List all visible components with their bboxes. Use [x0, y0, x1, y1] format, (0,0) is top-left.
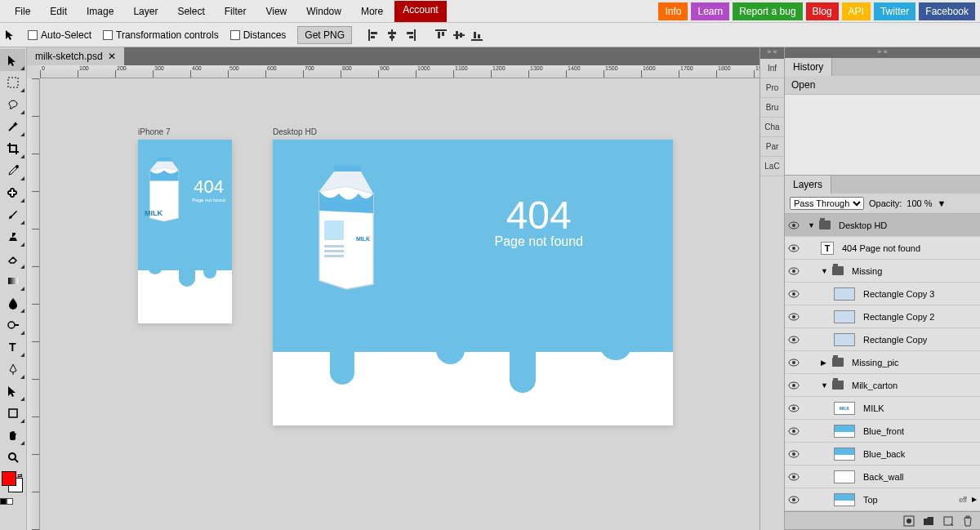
menu-file[interactable]: File	[5, 1, 40, 22]
tag-report-bug[interactable]: Report a bug	[733, 2, 802, 20]
align-top-icon[interactable]	[435, 29, 447, 41]
align-bottom-icon[interactable]	[471, 29, 483, 41]
menu-account[interactable]: Account	[394, 1, 446, 22]
opacity-dropdown-icon[interactable]: ▼	[938, 198, 947, 208]
panel-stub-properties[interactable]: Pro	[760, 78, 784, 98]
tag-info[interactable]: Info	[658, 2, 688, 20]
swap-colors-icon[interactable]: ⇄	[17, 472, 23, 479]
healing-tool[interactable]	[0, 181, 25, 203]
tag-twitter[interactable]: Twitter	[874, 2, 915, 20]
eyedropper-tool[interactable]	[0, 159, 25, 181]
tag-learn[interactable]: Learn	[691, 2, 729, 20]
color-swatches[interactable]: ⇄	[0, 471, 25, 496]
foreground-color[interactable]	[2, 471, 16, 486]
panel-collapse-handle[interactable]: » «	[785, 47, 980, 58]
new-mask-icon[interactable]	[903, 515, 915, 527]
layer-row[interactable]: Rectangle Copy 2	[785, 305, 980, 328]
layer-row[interactable]: ▼Milk_carton	[785, 374, 980, 397]
layer-row[interactable]: ▶Missing_pic	[785, 351, 980, 374]
effects-disclosure-icon[interactable]: ▶	[972, 496, 977, 503]
tag-api[interactable]: API	[842, 2, 871, 20]
layer-row[interactable]: MILKMILK	[785, 397, 980, 420]
visibility-eye-icon[interactable]	[788, 290, 801, 298]
canvas[interactable]: iPhone 7 MILK	[40, 78, 673, 458]
type-tool[interactable]: T	[0, 336, 25, 358]
menu-window[interactable]: Window	[296, 1, 351, 22]
visibility-eye-icon[interactable]	[788, 359, 801, 367]
path-select-tool[interactable]	[0, 380, 25, 402]
opacity-value[interactable]: 100 %	[906, 198, 932, 208]
layer-row[interactable]: Topeff▶	[785, 488, 980, 511]
pen-tool[interactable]	[0, 358, 25, 380]
panel-stub-character[interactable]: Cha	[760, 118, 784, 137]
blur-tool[interactable]	[0, 292, 25, 314]
artboard-iphone[interactable]: MILK 404 Page not found	[138, 140, 232, 323]
panel-stub-brush[interactable]: Bru	[760, 98, 784, 118]
menu-more[interactable]: More	[351, 1, 393, 22]
artboard-label-desktop[interactable]: Desktop HD	[273, 127, 673, 136]
menu-filter[interactable]: Filter	[215, 1, 256, 22]
artboard-label-iphone[interactable]: iPhone 7	[138, 127, 232, 136]
menu-edit[interactable]: Edit	[40, 1, 77, 22]
new-layer-icon[interactable]	[942, 515, 954, 527]
dodge-tool[interactable]	[0, 314, 25, 336]
align-center-h-icon[interactable]	[386, 29, 398, 41]
panel-stub-info[interactable]: Inf	[760, 59, 784, 78]
menu-view[interactable]: View	[256, 1, 296, 22]
visibility-eye-icon[interactable]	[788, 244, 801, 252]
layer-row[interactable]: Blue_front	[785, 420, 980, 443]
align-center-v-icon[interactable]	[453, 29, 465, 41]
document-tab[interactable]: milk-sketch.psd ✕	[27, 47, 124, 65]
clone-stamp-tool[interactable]	[0, 225, 25, 247]
visibility-eye-icon[interactable]	[788, 496, 801, 504]
eraser-tool[interactable]	[0, 247, 25, 269]
panel-stub-layercomps[interactable]: LaC	[760, 157, 784, 176]
blend-mode-select[interactable]: Pass Through	[790, 197, 864, 210]
get-png-button[interactable]: Get PNG	[297, 26, 352, 44]
disclosure-triangle-icon[interactable]: ▼	[821, 267, 829, 275]
tag-blog[interactable]: Blog	[806, 2, 839, 20]
layer-row[interactable]: Back_wall	[785, 465, 980, 488]
layer-row[interactable]: Rectangle Copy 3	[785, 283, 980, 305]
visibility-eye-icon[interactable]	[788, 381, 801, 390]
visibility-eye-icon[interactable]	[788, 267, 801, 275]
visibility-eye-icon[interactable]	[788, 221, 801, 229]
collapse-handle[interactable]: » «	[760, 47, 784, 59]
layer-row[interactable]: ▼Desktop HD	[785, 214, 980, 237]
menu-select[interactable]: Select	[167, 1, 214, 22]
tag-facebook[interactable]: Facebook	[919, 2, 975, 20]
marquee-tool[interactable]	[0, 71, 25, 93]
zoom-tool[interactable]	[0, 446, 25, 468]
delete-layer-icon[interactable]	[962, 515, 973, 527]
align-right-icon[interactable]	[404, 29, 416, 41]
hand-tool[interactable]	[0, 424, 25, 446]
transform-controls-checkbox[interactable]: Transformation controls	[103, 29, 219, 41]
auto-select-checkbox[interactable]: Auto-Select	[28, 29, 91, 41]
new-folder-icon[interactable]	[923, 515, 934, 527]
layer-effects-label[interactable]: eff	[959, 496, 967, 504]
visibility-eye-icon[interactable]	[788, 336, 801, 344]
layer-row[interactable]: ▼Missing	[785, 260, 980, 283]
lasso-tool[interactable]	[0, 93, 25, 115]
visibility-eye-icon[interactable]	[788, 427, 801, 435]
close-tab-icon[interactable]: ✕	[108, 51, 116, 62]
visibility-eye-icon[interactable]	[788, 473, 801, 481]
menu-image[interactable]: Image	[77, 1, 123, 22]
shape-tool[interactable]	[0, 402, 25, 424]
brush-tool[interactable]	[0, 203, 25, 225]
align-left-icon[interactable]	[368, 29, 380, 41]
gradient-tool[interactable]	[0, 269, 25, 292]
panel-stub-paragraph[interactable]: Par	[760, 137, 784, 157]
move-tool[interactable]	[0, 49, 25, 71]
magic-wand-tool[interactable]	[0, 115, 25, 137]
artboard-desktop[interactable]: MILK 404 Page not found	[273, 140, 673, 425]
visibility-eye-icon[interactable]	[788, 313, 801, 321]
history-tab[interactable]: History	[785, 58, 832, 76]
distances-checkbox[interactable]: Distances	[230, 29, 287, 41]
history-item[interactable]: Open	[785, 76, 980, 95]
visibility-eye-icon[interactable]	[788, 450, 801, 458]
disclosure-triangle-icon[interactable]: ▼	[821, 381, 829, 390]
menu-layer[interactable]: Layer	[123, 1, 167, 22]
disclosure-triangle-icon[interactable]: ▶	[821, 359, 829, 367]
visibility-eye-icon[interactable]	[788, 404, 801, 412]
